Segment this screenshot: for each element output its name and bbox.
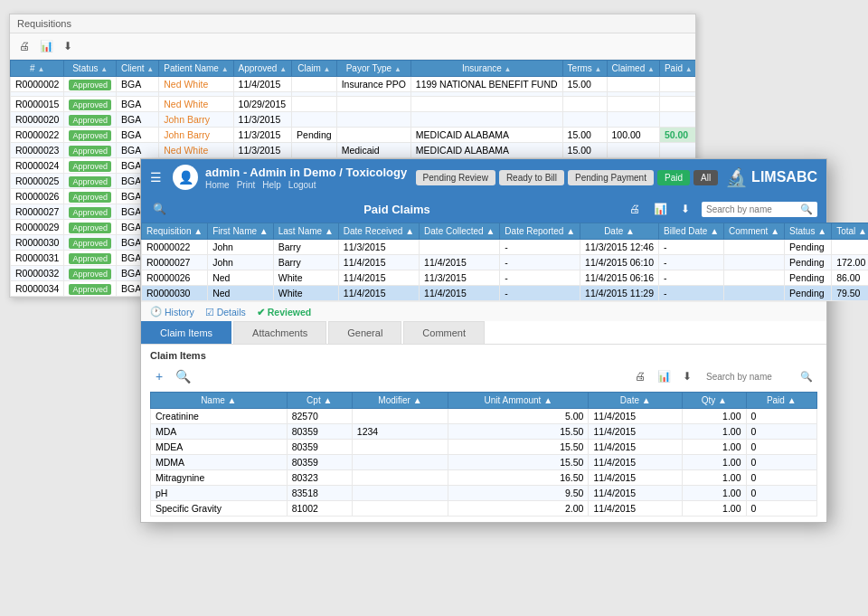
cell-value: 1.00 — [683, 486, 746, 501]
print-icon-claims[interactable]: 🖨 — [626, 200, 644, 218]
download-ci-icon[interactable]: ⬇ — [678, 367, 696, 385]
lims-logo-icon: 🔬 — [725, 166, 748, 188]
tab-attachments[interactable]: Attachments — [233, 321, 326, 344]
print-icon[interactable]: 🖨 — [15, 37, 33, 55]
table-row[interactable]: MDMA8035915.5011/4/20151.000 — [151, 455, 817, 470]
cell-value: 15.50 — [448, 440, 589, 455]
reviewed-link[interactable]: ✔ Reviewed — [257, 307, 311, 317]
bg-col-client: Client ▲ — [117, 61, 159, 77]
print-ci-icon[interactable]: 🖨 — [631, 367, 649, 385]
table-row[interactable]: MDA80359123415.5011/4/20151.000 — [151, 424, 817, 440]
header-btn-paid[interactable]: Paid — [657, 170, 690, 185]
lims-logo-text: LIMSABC — [751, 169, 817, 185]
cell-value: Pending — [785, 270, 832, 286]
bg-col-terms: Terms ▲ — [562, 61, 607, 77]
bg-col-approved: Approved ▲ — [233, 61, 292, 77]
paid-claims-table: Requisition ▲First Name ▲Last Name ▲Date… — [141, 223, 868, 301]
table-row[interactable]: R0000002ApprovedBGANed White11/4/2015Ins… — [11, 77, 696, 92]
patient-name[interactable]: Ned White — [164, 99, 208, 109]
hamburger-icon[interactable]: ☰ — [150, 170, 162, 185]
status-badge: Approved — [69, 253, 111, 264]
header-btn-all[interactable]: All — [693, 170, 718, 185]
pc-col-last-name: Last Name ▲ — [273, 223, 338, 240]
cell-value — [724, 255, 785, 270]
cell-value: 11/3/2015 — [233, 112, 292, 128]
bg-col-paid: Paid ▲ — [659, 61, 695, 77]
nav-links: HomePrintHelpLogout — [205, 180, 409, 190]
cell-value: 100.00 — [607, 128, 659, 143]
patient-name[interactable]: Ned White — [164, 79, 208, 90]
download-icon[interactable]: ⬇ — [59, 37, 77, 55]
cell-value: 15.50 — [448, 424, 589, 440]
table-row[interactable]: R0000022ApprovedBGAJohn Barry11/3/2015Pe… — [11, 128, 696, 143]
ci-col-name: Name ▲ — [151, 393, 288, 409]
cell-value: 11/4/2015 — [338, 270, 419, 286]
table-row[interactable]: R0000020ApprovedBGAJohn Barry11/3/2015 — [11, 112, 696, 128]
cell-value: 11/4/2015 — [589, 486, 683, 501]
pc-col-total: Total ▲ — [832, 223, 868, 240]
paid-claims-window: ☰ 👤 admin - Admin in Demo / Toxicology H… — [140, 158, 827, 523]
table-row[interactable]: Mitragynine8032316.5011/4/20151.000 — [151, 470, 817, 486]
cell-value: 11/4/2015 — [589, 455, 683, 470]
claims-search-input[interactable] — [706, 204, 797, 214]
claim-items-table: Name ▲Cpt ▲Modifier ▲Unit Ammount ▲Date … — [150, 392, 817, 516]
status-badge: Approved — [69, 284, 111, 295]
table-row[interactable]: R0000027JohnBarry11/4/201511/4/2015-11/4… — [142, 255, 869, 270]
status-badge: Approved — [69, 115, 111, 126]
details-link[interactable]: ☑ Details — [205, 307, 246, 317]
table-row[interactable]: R0000022JohnBarry11/3/2015-11/3/2015 12:… — [142, 240, 869, 255]
tab-general[interactable]: General — [328, 321, 401, 344]
cell-value: 1.00 — [683, 424, 746, 440]
ci-search-input[interactable] — [706, 372, 797, 382]
pc-col-date-reported: Date Reported ▲ — [500, 223, 580, 240]
cell-value: 0 — [746, 455, 817, 470]
status-badge: Approved — [69, 238, 111, 249]
nav-link-help[interactable]: Help — [262, 180, 281, 190]
header-btn-ready-to-bill[interactable]: Ready to Bill — [499, 170, 564, 185]
patient-name[interactable]: Ned White — [164, 145, 208, 156]
paid-claims-bar: 🔍 Paid Claims 🖨 📊 ⬇ 🔍 — [141, 195, 826, 223]
cell-value: 1.00 — [683, 440, 746, 455]
search-item-icon[interactable]: 🔍 — [174, 367, 192, 385]
cell-value: R0000020 — [11, 112, 64, 128]
ci-col-qty: Qty ▲ — [683, 393, 746, 409]
cell-value — [292, 143, 337, 158]
history-link[interactable]: 🕐 History — [150, 306, 194, 317]
table-row[interactable]: R0000030NedWhite11/4/201511/4/2015-11/4/… — [142, 286, 869, 301]
tab-claim-items[interactable]: Claim Items — [141, 321, 231, 344]
header-btn-pending-payment[interactable]: Pending Payment — [568, 170, 654, 185]
cell-value — [336, 128, 410, 143]
cell-value: Pending — [785, 240, 832, 255]
nav-link-home[interactable]: Home — [205, 180, 230, 190]
table-row[interactable]: R0000023ApprovedBGANed White11/3/2015Med… — [11, 143, 696, 158]
cell-value: R0000031 — [11, 251, 64, 266]
add-item-icon[interactable]: + — [150, 367, 168, 385]
cell-value: - — [659, 286, 724, 301]
table-row[interactable]: R0000026NedWhite11/4/201511/3/2015-11/4/… — [142, 270, 869, 286]
table-row[interactable]: Creatinine825705.0011/4/20151.000 — [151, 409, 817, 424]
download-icon-claims[interactable]: ⬇ — [676, 200, 694, 218]
cell-value: R0000030 — [142, 286, 208, 301]
cell-value: Ned — [208, 286, 274, 301]
table-row[interactable]: pH835189.5011/4/20151.000 — [151, 486, 817, 501]
export-ci-icon[interactable]: 📊 — [655, 367, 673, 385]
cell-value: R0000022 — [142, 240, 208, 255]
export-icon[interactable]: 📊 — [37, 37, 55, 55]
cell-value: 11/3/2015 — [338, 240, 419, 255]
search-icon-left[interactable]: 🔍 — [150, 200, 168, 218]
nav-link-print[interactable]: Print — [237, 180, 256, 190]
table-row[interactable]: R0000015ApprovedBGANed White10/29/2015 — [11, 97, 696, 112]
cell-value: 0 — [746, 470, 817, 486]
bg-col-claim: Claim ▲ — [292, 61, 337, 77]
patient-name[interactable]: John Barry — [164, 114, 210, 125]
nav-link-logout[interactable]: Logout — [288, 180, 316, 190]
status-badge: Approved — [69, 80, 111, 90]
cell-value: Creatinine — [151, 409, 288, 424]
table-row[interactable]: MDEA8035915.5011/4/20151.000 — [151, 440, 817, 455]
cell-value — [420, 240, 500, 255]
tab-comment[interactable]: Comment — [403, 321, 485, 344]
header-btn-pending-review[interactable]: Pending Review — [416, 170, 495, 185]
table-row[interactable]: Specific Gravity810022.0011/4/20151.000 — [151, 501, 817, 516]
patient-name[interactable]: John Barry — [164, 129, 210, 140]
export-icon-claims[interactable]: 📊 — [651, 200, 669, 218]
